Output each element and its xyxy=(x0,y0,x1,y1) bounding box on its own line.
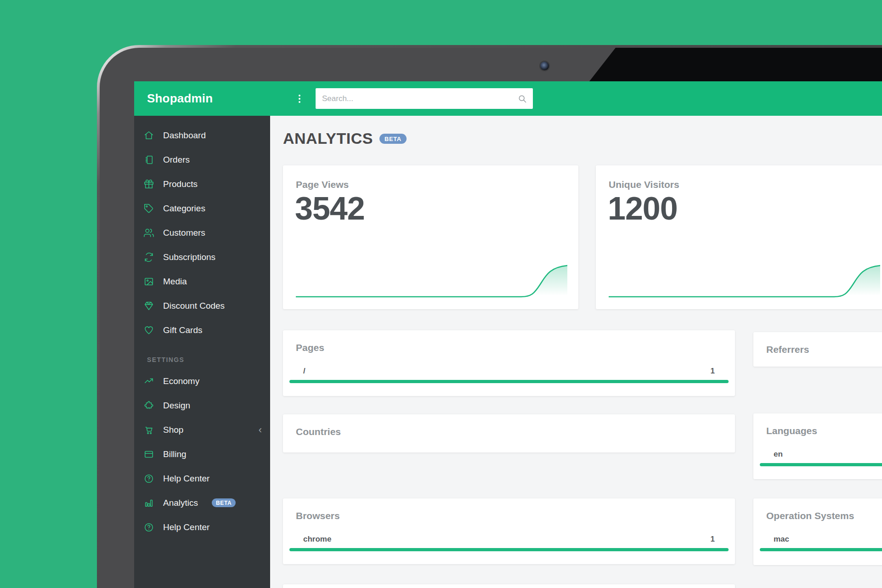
card-title: Operation Systems xyxy=(766,510,854,521)
bezel-glare xyxy=(589,48,882,82)
card-title: Referrers xyxy=(766,344,809,355)
page-views-card: Page Views 3542 xyxy=(283,165,578,309)
card-title: Browsers xyxy=(296,510,340,521)
partial-card xyxy=(283,584,735,588)
bar-chart-icon xyxy=(144,498,154,508)
webcam-icon xyxy=(540,62,549,70)
chevron-left-icon[interactable]: ‹ xyxy=(259,425,262,435)
sidebar-item-label: Customers xyxy=(163,228,205,238)
screen: Shopadmin Dashboard xyxy=(134,81,882,588)
sidebar-item-media[interactable]: Media xyxy=(134,269,270,294)
trend-up-icon xyxy=(144,376,154,386)
sidebar-item-dashboard[interactable]: Dashboard xyxy=(134,123,270,147)
languages-card: Languages en xyxy=(753,413,882,479)
sidebar-item-categories[interactable]: Categories xyxy=(134,196,270,220)
sidebar-item-analytics[interactable]: Analytics BETA xyxy=(134,491,270,515)
row-label: / xyxy=(303,367,305,376)
page-views-sparkline xyxy=(296,261,567,299)
card-title: Pages xyxy=(296,342,324,353)
sidebar-item-help-center[interactable]: Help Center xyxy=(134,466,270,491)
cart-icon xyxy=(144,425,154,435)
sidebar-item-label: Help Center xyxy=(163,474,209,484)
sidebar-item-label: Categories xyxy=(163,204,205,214)
sidebar-item-label: Help Center xyxy=(163,522,209,532)
sidebar: Dashboard Orders Products Categories xyxy=(134,116,270,588)
beta-badge: BETA xyxy=(212,498,236,507)
sidebar-item-design[interactable]: Design xyxy=(134,393,270,418)
sidebar-item-label: Billing xyxy=(163,449,187,459)
beta-badge: BETA xyxy=(379,134,407,144)
row-label: mac xyxy=(774,535,789,544)
sidebar-item-label: Discount Codes xyxy=(163,301,225,311)
search-icon[interactable] xyxy=(518,94,527,103)
sidebar-section-settings: SETTINGS xyxy=(134,351,270,369)
device-bezel: Shopadmin Dashboard xyxy=(100,48,882,588)
countries-card: Countries xyxy=(283,414,735,452)
row-label: chrome xyxy=(303,535,331,544)
sidebar-item-label: Media xyxy=(163,277,187,287)
stat-value: 1200 xyxy=(608,192,678,226)
sidebar-item-label: Economy xyxy=(163,376,199,386)
card-title: Languages xyxy=(766,425,817,436)
heart-icon xyxy=(144,325,154,335)
progress-bar xyxy=(760,548,882,551)
sidebar-item-label: Subscriptions xyxy=(163,252,215,262)
puzzle-icon xyxy=(144,401,154,411)
users-icon xyxy=(144,228,154,238)
sidebar-item-economy[interactable]: Economy xyxy=(134,369,270,393)
search-box[interactable] xyxy=(316,88,533,109)
page-title-row: ANALYTICS BETA xyxy=(283,130,407,147)
gem-icon xyxy=(144,301,154,311)
sidebar-item-customers[interactable]: Customers xyxy=(134,220,270,245)
sidebar-item-orders[interactable]: Orders xyxy=(134,147,270,172)
sidebar-item-subscriptions[interactable]: Subscriptions xyxy=(134,245,270,269)
sidebar-item-label: Design xyxy=(163,401,190,411)
sidebar-item-label: Gift Cards xyxy=(163,325,203,335)
row-value: 1 xyxy=(711,535,715,544)
kebab-menu-icon[interactable] xyxy=(296,92,303,105)
unique-visitors-sparkline xyxy=(609,261,880,299)
pages-card: Pages / 1 xyxy=(283,330,735,396)
app-logo: Shopadmin xyxy=(147,81,213,116)
unique-visitors-card: Unique Visitors 1200 xyxy=(596,165,882,309)
sidebar-item-shop[interactable]: Shop ‹ xyxy=(134,418,270,442)
image-icon xyxy=(144,277,154,287)
row-label: en xyxy=(774,450,783,459)
sidebar-item-label: Shop xyxy=(163,425,183,435)
stat-label: Unique Visitors xyxy=(609,179,679,190)
list-item: chrome 1 xyxy=(283,533,735,545)
progress-bar xyxy=(760,463,882,466)
search-input[interactable] xyxy=(316,94,518,103)
page-title: ANALYTICS xyxy=(283,130,373,147)
sidebar-item-label: Products xyxy=(163,179,198,189)
top-bar: Shopadmin xyxy=(134,81,882,116)
list-item: / 1 xyxy=(283,365,735,377)
stat-label: Page Views xyxy=(296,179,349,190)
list-item: mac xyxy=(753,533,882,545)
operation-systems-card: Operation Systems mac xyxy=(753,498,882,565)
progress-bar xyxy=(289,380,729,383)
list-item: en xyxy=(753,448,882,460)
device-frame-rim: Shopadmin Dashboard xyxy=(97,45,882,588)
sidebar-item-label: Orders xyxy=(163,155,190,165)
help-circle-icon xyxy=(144,474,154,484)
refresh-icon xyxy=(144,252,154,262)
sidebar-item-gift-cards[interactable]: Gift Cards xyxy=(134,318,270,342)
tag-icon xyxy=(144,204,154,214)
referrers-card: Referrers xyxy=(753,332,882,367)
sidebar-item-billing[interactable]: Billing xyxy=(134,442,270,466)
sidebar-item-label: Dashboard xyxy=(163,130,206,141)
progress-bar xyxy=(289,548,729,551)
browsers-card: Browsers chrome 1 xyxy=(283,498,735,564)
credit-card-icon xyxy=(144,449,154,459)
sidebar-item-label: Analytics xyxy=(163,498,198,508)
notebook-icon xyxy=(144,155,154,165)
row-value: 1 xyxy=(711,367,715,376)
sidebar-item-help-center-2[interactable]: Help Center xyxy=(134,515,270,539)
stat-value: 3542 xyxy=(295,192,365,226)
sidebar-item-products[interactable]: Products xyxy=(134,172,270,196)
sidebar-item-discount-codes[interactable]: Discount Codes xyxy=(134,294,270,318)
main-content: ANALYTICS BETA Page Views 3542 xyxy=(270,116,882,588)
help-circle-icon xyxy=(144,522,154,532)
gift-icon xyxy=(144,179,154,189)
